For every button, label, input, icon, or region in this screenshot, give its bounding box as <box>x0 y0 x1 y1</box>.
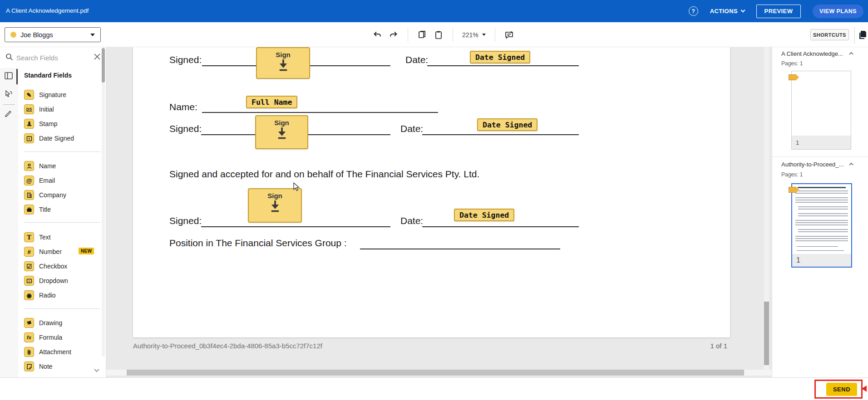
note-icon <box>24 361 34 371</box>
field-label: Number <box>39 248 62 255</box>
sign-field[interactable]: Sign <box>255 115 308 149</box>
collapse-chevron-icon[interactable] <box>848 52 854 55</box>
calendar-icon <box>24 133 34 143</box>
view-plans-button[interactable]: VIEW PLANS <box>813 5 863 18</box>
help-icon[interactable]: ? <box>689 6 698 16</box>
paperclip-icon <box>24 347 34 357</box>
field-item-drawing[interactable]: Drawing <box>24 316 102 330</box>
page-manager-button[interactable] <box>858 30 868 40</box>
thumbnail-page-number: 1 <box>796 256 800 264</box>
send-button[interactable]: SEND <box>826 383 857 396</box>
field-item-radio[interactable]: ◉ Radio <box>24 288 102 302</box>
fields-panel-tab[interactable] <box>4 72 13 80</box>
redo-icon <box>389 30 398 39</box>
annotate-tab[interactable] <box>4 109 13 118</box>
zoom-control[interactable]: 221% <box>462 31 486 39</box>
section-title: Standard Fields <box>24 72 72 79</box>
top-bar-actions: ? ACTIONS PREVIEW VIEW PLANS <box>689 0 863 22</box>
active-tab-indicator <box>16 69 18 84</box>
scroll-more-chevron-icon[interactable] <box>94 368 100 372</box>
signed-label: Signed: <box>169 123 202 134</box>
full-name-field[interactable]: Full Name <box>246 96 297 108</box>
sign-field[interactable]: Sign <box>248 188 302 223</box>
vertical-scrollbar-thumb[interactable] <box>764 302 769 365</box>
esign-editor-app: A Client Acknowledgement.pdf ? ACTIONS P… <box>0 0 868 400</box>
field-label: Initial <box>39 106 54 113</box>
undo-button[interactable] <box>372 30 382 40</box>
signed-label: Signed: <box>169 54 202 65</box>
initials-icon: DS <box>24 104 34 114</box>
page-thumbnail-selected[interactable]: 1 <box>791 183 852 268</box>
pencil-icon <box>4 109 13 118</box>
shortcuts-button[interactable]: SHORTCUTS <box>810 29 849 40</box>
sign-arrow-icon <box>276 127 288 140</box>
field-item-company[interactable]: Company <box>24 188 102 202</box>
stamp-icon <box>24 119 34 129</box>
chevron-down-icon <box>741 8 745 13</box>
field-item-email[interactable]: @ Email <box>24 173 102 188</box>
at-sign-icon: @ <box>24 176 34 185</box>
panel-divider <box>772 156 868 157</box>
field-label: Checkbox <box>39 263 67 270</box>
field-item-title[interactable]: Title <box>24 202 102 217</box>
sign-field[interactable]: Sign <box>256 47 310 79</box>
sign-arrow-icon <box>269 200 281 213</box>
recipient-name: Joe Bloggs <box>20 31 90 39</box>
chevron-down-icon <box>90 34 95 36</box>
date-signed-field[interactable]: Date Signed <box>477 118 538 131</box>
date-signed-field[interactable]: Date Signed <box>454 209 514 221</box>
toolbar-divider <box>495 28 495 42</box>
field-item-stamp[interactable]: Stamp <box>24 117 102 131</box>
thumbnail-doc-title[interactable]: Authority-to-Proceed_... <box>781 161 845 168</box>
redo-button[interactable] <box>389 30 399 40</box>
paste-icon <box>434 30 443 39</box>
collapse-chevron-icon[interactable] <box>848 162 854 166</box>
paste-button[interactable] <box>434 30 444 40</box>
date-label: Date: <box>405 54 428 65</box>
formula-icon: fx <box>24 332 34 342</box>
field-label: Radio <box>39 292 56 299</box>
date-signed-field[interactable]: Date Signed <box>470 51 530 63</box>
thumbnail-content <box>798 187 846 188</box>
field-item-date-signed[interactable]: Date Signed <box>24 131 102 146</box>
search-fields-input[interactable] <box>16 52 84 63</box>
recipient-selector[interactable]: Joe Bloggs <box>5 27 101 42</box>
toolbar-divider <box>453 28 453 42</box>
toolbar-divider <box>408 28 408 42</box>
thumbnail-doc-title[interactable]: A Client Acknowledge... <box>781 50 845 57</box>
copy-icon <box>418 30 427 39</box>
sign-field-label: Sign <box>267 192 282 200</box>
horizontal-scrollbar-thumb[interactable] <box>127 370 744 376</box>
recipient-color-dot <box>10 32 16 38</box>
actions-menu-button[interactable]: ACTIONS <box>710 8 745 15</box>
help-glyph: ? <box>692 8 695 15</box>
thumbnail-page-number: 1 <box>796 139 799 146</box>
document-canvas: Signed: Sign Date: Date Signed Name: Ful… <box>106 47 772 377</box>
field-item-checkbox[interactable]: ☑ Checkbox <box>24 259 102 273</box>
field-item-name[interactable]: Name <box>24 159 102 173</box>
advanced-tools-tab[interactable] <box>4 90 14 99</box>
document-filename: Authority-to-Proceed_0b3f4ec4-2bda-4806-… <box>133 342 322 350</box>
field-item-formula[interactable]: fx Formula <box>24 330 102 345</box>
pages-icon <box>858 30 868 40</box>
toolbar-divider <box>854 26 855 44</box>
comment-icon <box>504 30 514 39</box>
preview-button[interactable]: PREVIEW <box>756 5 801 18</box>
annotation-arrow <box>862 385 867 392</box>
sidebar-scrollbar-thumb[interactable] <box>102 48 105 83</box>
field-item-text[interactable]: T Text <box>24 230 102 244</box>
page-thumbnail[interactable]: 1 <box>791 71 851 150</box>
sidebar-scrollbar-track[interactable] <box>102 47 105 356</box>
panel-layout-icon <box>4 72 13 80</box>
list-divider <box>24 308 100 309</box>
field-item-dropdown[interactable]: Dropdown <box>24 273 102 288</box>
checkbox-icon: ☑ <box>24 261 34 271</box>
field-item-initial[interactable]: DS Initial <box>24 102 102 117</box>
field-item-note[interactable]: Note <box>24 359 102 374</box>
name-line <box>202 112 438 113</box>
close-icon[interactable] <box>93 53 101 61</box>
comment-button[interactable] <box>504 30 514 40</box>
copy-button[interactable] <box>417 30 427 40</box>
field-item-attachment[interactable]: Attachment <box>24 345 102 359</box>
field-item-signature[interactable]: ✎ Signature <box>24 88 102 102</box>
